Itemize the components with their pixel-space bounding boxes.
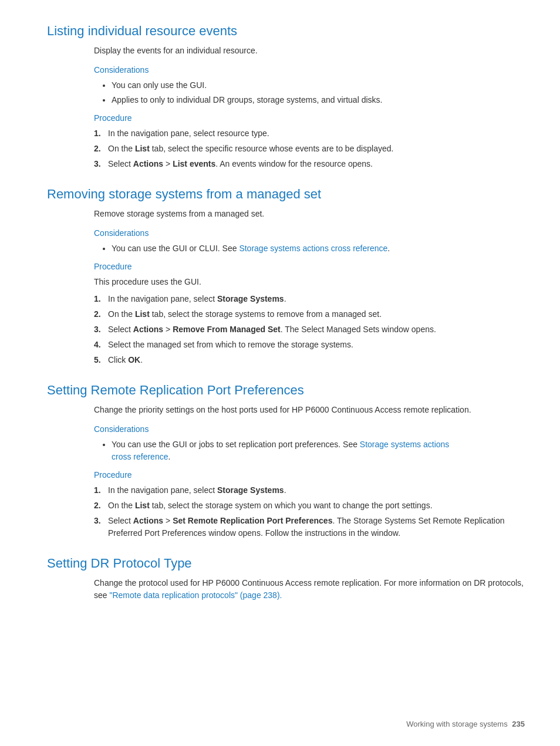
- list-item: You can use the GUI or jobs to set repli…: [112, 438, 525, 463]
- section-title-dr-protocol: Setting DR Protocol Type: [47, 556, 525, 571]
- subsection-title-procedure-2: Procedure: [94, 262, 525, 271]
- step-number: 3.: [94, 323, 108, 336]
- considerations-list-1: You can only use the GUI. Applies to onl…: [112, 79, 525, 106]
- step: 3. Select Actions > Set Remote Replicati…: [94, 515, 525, 539]
- list-item: Applies to only to individual DR groups,…: [112, 94, 525, 106]
- step-content: On the List tab, select the specific res…: [108, 143, 525, 155]
- step-number: 2.: [94, 499, 108, 512]
- link-storage-actions-2[interactable]: Storage systems actionscross reference: [112, 440, 449, 461]
- step-content: Select Actions > Remove From Managed Set…: [108, 323, 525, 336]
- step: 2. On the List tab, select the storage s…: [94, 308, 525, 320]
- subsection-title-considerations-1: Considerations: [94, 65, 525, 75]
- step-number: 3.: [94, 515, 108, 539]
- list-item: You can use the GUI or CLUI. See Storage…: [112, 242, 525, 255]
- section-intro-dr-protocol: Change the protocol used for HP P6000 Co…: [94, 577, 525, 602]
- section-listing-events: Listing individual resource events Displ…: [47, 23, 525, 170]
- procedure-steps-3: 1. In the navigation pane, select Storag…: [94, 484, 525, 539]
- section-intro-listing-events: Display the events for an individual res…: [94, 45, 525, 57]
- page-content: Listing individual resource events Displ…: [47, 23, 525, 602]
- footer-page-number: 235: [512, 720, 525, 728]
- step-content: Click OK.: [108, 354, 525, 366]
- considerations-list-2: You can use the GUI or CLUI. See Storage…: [112, 242, 525, 255]
- link-remote-data-replication[interactable]: "Remote data replication protocols" (pag…: [109, 590, 282, 600]
- step: 2. On the List tab, select the storage s…: [94, 499, 525, 512]
- step-number: 1.: [94, 484, 108, 497]
- section-removing-storage: Removing storage systems from a managed …: [47, 187, 525, 366]
- section-remote-replication: Setting Remote Replication Port Preferen…: [47, 383, 525, 539]
- considerations-list-3: You can use the GUI or jobs to set repli…: [112, 438, 525, 463]
- section-intro-removing-storage: Remove storage systems from a managed se…: [94, 208, 525, 220]
- step: 3. Select Actions > Remove From Managed …: [94, 323, 525, 336]
- subsection-title-considerations-2: Considerations: [94, 228, 525, 238]
- step-content: On the List tab, select the storage syst…: [108, 499, 525, 512]
- step-number: 2.: [94, 143, 108, 155]
- step-content: Select the managed set from which to rem…: [108, 339, 525, 351]
- step-number: 1.: [94, 293, 108, 305]
- step: 2. On the List tab, select the specific …: [94, 143, 525, 155]
- section-title-remote-replication: Setting Remote Replication Port Preferen…: [47, 383, 525, 398]
- procedure-steps-1: 1. In the navigation pane, select resour…: [94, 127, 525, 170]
- section-dr-protocol: Setting DR Protocol Type Change the prot…: [47, 556, 525, 602]
- link-storage-actions-1[interactable]: Storage systems actions cross reference: [239, 244, 387, 253]
- step-content: Select Actions > List events. An events …: [108, 158, 525, 170]
- subsection-title-considerations-3: Considerations: [94, 424, 525, 434]
- step-content: In the navigation pane, select Storage S…: [108, 293, 525, 305]
- step-content: Select Actions > Set Remote Replication …: [108, 515, 525, 539]
- page-footer: Working with storage systems 235: [406, 720, 525, 728]
- step: 1. In the navigation pane, select Storag…: [94, 293, 525, 305]
- step-number: 2.: [94, 308, 108, 320]
- step: 4. Select the managed set from which to …: [94, 339, 525, 351]
- step-number: 1.: [94, 127, 108, 140]
- step: 1. In the navigation pane, select Storag…: [94, 484, 525, 497]
- step: 5. Click OK.: [94, 354, 525, 366]
- subsection-title-procedure-1: Procedure: [94, 113, 525, 123]
- step-number: 3.: [94, 158, 108, 170]
- procedure-steps-2: 1. In the navigation pane, select Storag…: [94, 293, 525, 366]
- step: 3. Select Actions > List events. An even…: [94, 158, 525, 170]
- step-content: On the List tab, select the storage syst…: [108, 308, 525, 320]
- step-number: 5.: [94, 354, 108, 366]
- subsection-title-procedure-3: Procedure: [94, 470, 525, 480]
- procedure-intro-2: This procedure uses the GUI.: [94, 276, 525, 288]
- list-item: You can only use the GUI.: [112, 79, 525, 92]
- section-intro-remote-replication: Change the priority settings on the host…: [94, 404, 525, 416]
- section-title-removing-storage: Removing storage systems from a managed …: [47, 187, 525, 202]
- section-title-listing-events: Listing individual resource events: [47, 23, 525, 39]
- step-number: 4.: [94, 339, 108, 351]
- step: 1. In the navigation pane, select resour…: [94, 127, 525, 140]
- step-content: In the navigation pane, select resource …: [108, 127, 525, 140]
- footer-label: Working with storage systems: [406, 720, 507, 728]
- step-content: In the navigation pane, select Storage S…: [108, 484, 525, 497]
